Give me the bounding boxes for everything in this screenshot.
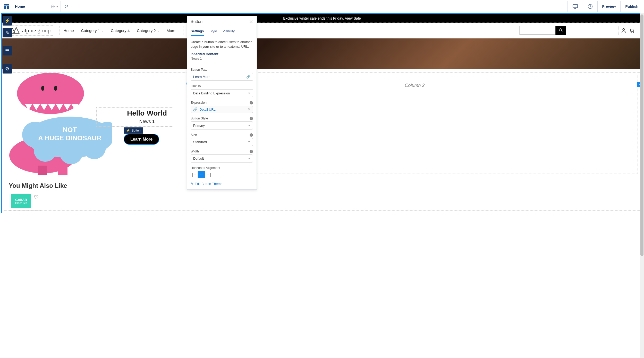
account-button[interactable] — [620, 27, 627, 34]
chevron-down-icon: ⌄ — [157, 29, 159, 32]
align-center-button[interactable]: ↔ — [198, 171, 205, 178]
field-button-text: Button Text 🔗 — [191, 68, 253, 81]
nav-category-2[interactable]: Category 2 ⌄ — [137, 28, 159, 33]
content-text-block[interactable]: Hello World News 1 — [96, 107, 173, 127]
panel-form: Button Text 🔗 Link To Data Binding Expre… — [187, 64, 257, 189]
lightning-icon: ⚡ — [4, 18, 10, 24]
inherited-content-value: News 1 — [191, 56, 253, 60]
user-icon — [621, 28, 626, 33]
link-to-select[interactable]: Data Binding Expression ▼ — [191, 89, 253, 97]
svg-point-8 — [623, 29, 624, 30]
help-icon: ? — [588, 4, 593, 9]
settings-button[interactable]: ⚙ — [3, 64, 12, 74]
align-right-button[interactable]: →| — [205, 171, 212, 178]
info-icon[interactable]: i — [250, 117, 253, 120]
svg-text:NOT: NOT — [63, 126, 77, 134]
panel-intro: Create a button to direct users to anoth… — [187, 36, 257, 64]
scrollbar-vertical[interactable] — [640, 13, 644, 213]
link-icon[interactable]: 🔗 — [246, 75, 250, 79]
cart-icon — [629, 28, 635, 33]
search-icon — [559, 28, 563, 32]
refresh-icon — [64, 4, 69, 9]
components-button[interactable]: ⚡ — [3, 16, 12, 26]
chevron-down-icon: ▼ — [56, 5, 58, 8]
field-button-style: Button Stylei Primary ▼ — [191, 117, 253, 129]
nav-more[interactable]: More ⌄ — [167, 28, 179, 33]
tab-style[interactable]: Style — [209, 27, 217, 36]
svg-rect-15 — [38, 166, 47, 175]
refresh-button[interactable] — [61, 1, 72, 12]
pages-icon[interactable] — [1, 1, 12, 12]
product-image: GoBAR Green Tea — [11, 194, 31, 208]
product-card[interactable]: GoBAR Green Tea ♡ — [9, 192, 41, 210]
nav-category-1[interactable]: Category 1 ⌄ — [81, 28, 104, 33]
svg-point-19 — [34, 139, 57, 162]
structure-button[interactable]: ☰ — [3, 46, 12, 55]
publish-button[interactable]: Publish — [620, 1, 643, 12]
preview-button[interactable]: Preview — [597, 1, 621, 12]
search-input[interactable] — [520, 26, 556, 35]
dinosaur-illustration: NOT A HUGE DINOSAUR — [4, 73, 112, 176]
viewport-button[interactable] — [567, 1, 583, 12]
nav-utility-icons — [618, 26, 637, 35]
info-icon[interactable]: i — [250, 101, 253, 104]
svg-rect-0 — [4, 4, 9, 6]
cart-button[interactable] — [629, 27, 635, 34]
selection-badge[interactable]: ⚡Button — [124, 127, 143, 134]
brush-icon: ✎ — [5, 30, 9, 36]
size-select[interactable]: Standard ▼ — [191, 138, 253, 146]
width-select[interactable]: Default ▼ — [191, 154, 253, 162]
suggestions-section[interactable]: You Might Also Like GoBAR Green Tea ♡ — [4, 180, 640, 211]
site-logo[interactable]: alpine group — [7, 25, 53, 36]
edit-button-theme-link[interactable]: ✎ Edit Button Theme — [191, 182, 253, 186]
svg-point-10 — [633, 32, 634, 33]
field-size: Sizei Standard ▼ — [191, 133, 253, 146]
learn-more-button[interactable]: Learn More — [124, 134, 159, 145]
scrollbar-thumb[interactable] — [640, 14, 643, 213]
tab-visibility[interactable]: Visibility — [223, 27, 235, 36]
properties-panel: Button ✕ Settings Style Visibility Creat… — [187, 16, 257, 190]
themes-button[interactable]: ✎ — [3, 28, 12, 37]
builder-toolbar: Home ▼ ? Preview Publish — [1, 1, 643, 12]
promo-banner[interactable]: Exclusive winter sale ends this Friday. … — [2, 14, 642, 23]
chevron-down-icon: ▼ — [248, 124, 250, 127]
hero-image — [2, 38, 642, 69]
clear-expression-button[interactable]: ✕ — [248, 107, 251, 111]
gear-icon: ⚙ — [5, 66, 9, 72]
nav-home[interactable]: Home — [64, 28, 74, 33]
svg-text:?: ? — [589, 5, 591, 8]
menu-icon: ☰ — [5, 48, 9, 54]
column-2[interactable]: Column 2 — [192, 75, 638, 174]
alignment-group: |← ↔ →| — [191, 171, 253, 178]
button-style-select[interactable]: Primary ▼ — [191, 121, 253, 129]
nav-menu: Home Category 1 ⌄ Category 4 Category 2 … — [59, 26, 183, 35]
chevron-down-icon: ▼ — [248, 141, 250, 143]
page-settings-dropdown[interactable]: ▼ — [51, 4, 58, 9]
column-placeholder: Column 2 — [405, 83, 425, 88]
wishlist-button[interactable]: ♡ — [34, 194, 39, 201]
selected-button-wrapper: ⚡Button Learn More — [124, 127, 159, 145]
site-navigation: alpine group Home Category 1 ⌄ Category … — [2, 23, 642, 38]
info-icon[interactable]: i — [250, 133, 253, 137]
search-box — [520, 26, 566, 35]
field-expression: Expressioni 🔗 Detail URL ✕ — [191, 101, 253, 113]
content-subtitle: News 1 — [127, 119, 167, 124]
align-left-button[interactable]: |← — [191, 171, 198, 178]
desktop-icon — [572, 4, 578, 9]
svg-point-3 — [52, 6, 53, 7]
svg-rect-4 — [573, 5, 577, 8]
tab-settings[interactable]: Settings — [191, 27, 204, 36]
svg-point-14 — [54, 86, 57, 91]
search-button[interactable] — [556, 26, 566, 35]
field-link-to: Link To Data Binding Expression ▼ — [191, 84, 253, 97]
expression-input[interactable]: 🔗 Detail URL ✕ — [191, 106, 253, 113]
news-component[interactable]: NOT A HUGE DINOSAUR Hello World News 1 ⚡… — [4, 73, 190, 176]
svg-point-7 — [559, 29, 562, 31]
help-button[interactable]: ? — [583, 1, 597, 12]
nav-category-4[interactable]: Category 4 — [111, 28, 130, 33]
info-icon[interactable]: i — [250, 150, 253, 153]
button-text-input[interactable]: 🔗 — [191, 73, 253, 81]
field-width: Widthi Default ▼ — [191, 150, 253, 162]
panel-close-button[interactable]: ✕ — [249, 19, 253, 25]
page-title: Home — [15, 4, 25, 9]
